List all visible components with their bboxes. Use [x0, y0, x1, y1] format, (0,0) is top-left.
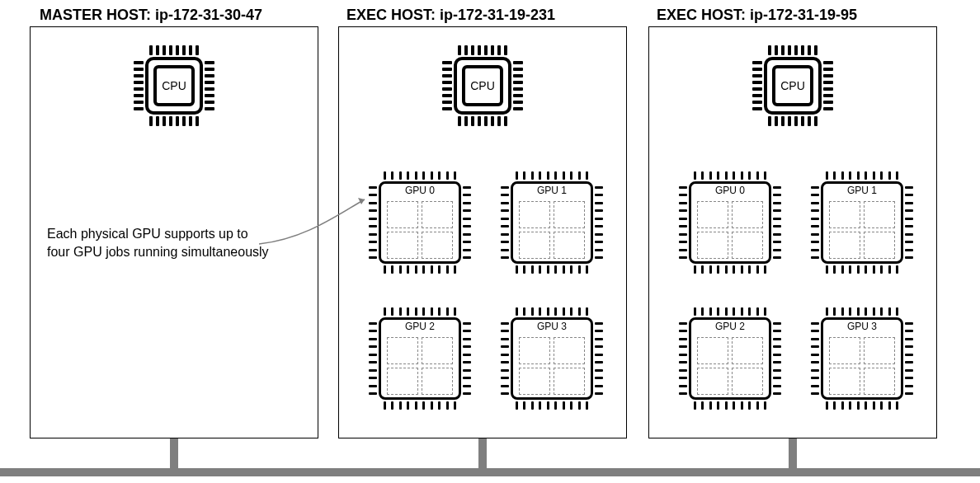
network-leg: [170, 438, 178, 470]
network-leg: [478, 438, 487, 470]
network-leg: [789, 438, 797, 470]
network-bus: [0, 468, 980, 476]
cluster-diagram: MASTER HOST: ip-172-31-30-47 EXEC HOST: …: [0, 0, 980, 483]
annotation-arrow-icon: [0, 0, 980, 483]
